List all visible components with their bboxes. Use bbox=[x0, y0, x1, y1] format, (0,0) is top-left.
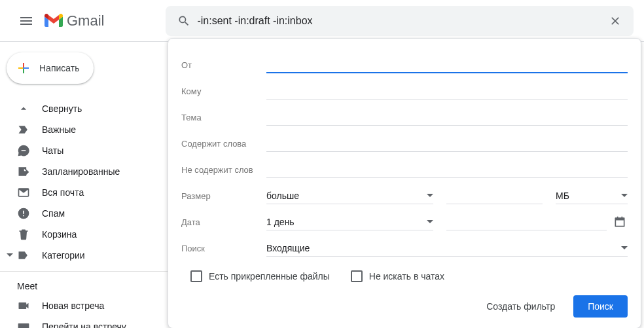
sidebar-item-chats[interactable]: Чаты bbox=[0, 140, 168, 161]
haswords-label: Содержит слова bbox=[181, 139, 266, 149]
exclude-chats-label: Не искать в чатах bbox=[369, 271, 444, 282]
close-icon bbox=[609, 14, 622, 27]
caret-down-icon bbox=[621, 243, 628, 253]
size-unit-select[interactable]: МБ bbox=[556, 188, 628, 204]
sidebar-item-scheduled[interactable]: Запланированные bbox=[0, 161, 168, 182]
nothas-label: Не содержит слов bbox=[181, 165, 266, 175]
has-attachment-checkbox[interactable]: Есть прикрепленные файлы bbox=[190, 270, 330, 282]
clear-search-button[interactable] bbox=[602, 8, 628, 34]
search-icon bbox=[177, 14, 190, 27]
meet-item-label: Новая встреча bbox=[42, 301, 104, 311]
advanced-search-panel: От Кому Тема Содержит слова Не содержит … bbox=[168, 38, 641, 328]
meet-item-label: Перейти на встречу bbox=[42, 321, 126, 328]
sidebar-item-spam[interactable]: Спам bbox=[0, 203, 168, 224]
video-icon bbox=[17, 299, 30, 312]
create-filter-button[interactable]: Создать фильтр bbox=[478, 296, 563, 317]
size-label: Размер bbox=[181, 191, 266, 201]
sidebar-item-collapse[interactable]: Свернуть bbox=[0, 98, 168, 119]
chevron-up-icon bbox=[17, 102, 30, 115]
menu-button[interactable] bbox=[10, 5, 42, 37]
sidebar-item-allmail[interactable]: Вся почта bbox=[0, 182, 168, 203]
sidebar-item-label: Категории bbox=[42, 250, 85, 261]
spam-icon bbox=[17, 207, 30, 220]
divider bbox=[0, 271, 168, 272]
meet-new-meeting[interactable]: Новая встреча bbox=[0, 295, 168, 316]
sidebar: Написать Свернуть Важные Чаты Запланиров… bbox=[0, 42, 168, 328]
subject-input[interactable] bbox=[266, 109, 628, 126]
search-input[interactable] bbox=[197, 15, 602, 27]
date-value-input[interactable] bbox=[446, 214, 607, 230]
important-icon bbox=[17, 123, 30, 136]
subject-label: Тема bbox=[181, 113, 266, 122]
scheduled-icon bbox=[17, 165, 30, 178]
calendar-icon bbox=[613, 215, 626, 228]
trash-icon bbox=[17, 228, 30, 241]
searchin-value: Входящие bbox=[266, 243, 310, 253]
brand-text: Gmail bbox=[67, 12, 104, 29]
date-range-select[interactable]: 1 день bbox=[266, 214, 433, 230]
from-input[interactable] bbox=[266, 56, 628, 73]
svg-rect-3 bbox=[18, 67, 23, 69]
nothas-input[interactable] bbox=[266, 162, 628, 178]
label-icon bbox=[17, 249, 30, 262]
keyboard-icon bbox=[17, 320, 30, 328]
caret-down-icon bbox=[427, 191, 433, 201]
size-unit-value: МБ bbox=[556, 191, 569, 201]
searchin-label: Поиск bbox=[181, 244, 266, 253]
compose-label: Написать bbox=[39, 63, 79, 73]
meet-join-meeting[interactable]: Перейти на встречу bbox=[0, 316, 168, 328]
sidebar-item-label: Важные bbox=[42, 124, 76, 135]
has-attachment-label: Есть прикрепленные файлы bbox=[209, 271, 330, 282]
gmail-logo-icon bbox=[45, 14, 63, 28]
search-button[interactable] bbox=[171, 8, 197, 34]
compose-button[interactable]: Написать bbox=[7, 52, 94, 84]
caret-down-icon bbox=[427, 217, 433, 227]
haswords-input[interactable] bbox=[266, 136, 628, 152]
sidebar-item-label: Запланированные bbox=[42, 166, 120, 177]
hamburger-icon bbox=[18, 13, 34, 29]
chat-icon bbox=[17, 144, 30, 157]
meet-section-title: Meet bbox=[0, 277, 168, 295]
sidebar-item-trash[interactable]: Корзина bbox=[0, 224, 168, 245]
date-range-value: 1 день bbox=[266, 217, 295, 227]
sidebar-item-label: Вся почта bbox=[42, 187, 84, 198]
from-label: От bbox=[181, 60, 266, 70]
svg-rect-2 bbox=[23, 63, 24, 67]
size-op-select[interactable]: больше bbox=[266, 188, 433, 204]
search-container bbox=[166, 6, 634, 36]
to-label: Кому bbox=[181, 86, 266, 96]
search-submit-button[interactable]: Поиск bbox=[573, 295, 628, 318]
sidebar-item-categories[interactable]: Категории bbox=[0, 245, 168, 266]
caret-down-icon bbox=[5, 252, 14, 259]
size-value-input[interactable] bbox=[446, 188, 543, 204]
sidebar-item-important[interactable]: Важные bbox=[0, 119, 168, 140]
calendar-button[interactable] bbox=[612, 215, 628, 228]
caret-down-icon bbox=[621, 191, 628, 201]
checkbox-icon bbox=[190, 270, 202, 282]
mail-icon bbox=[17, 186, 30, 199]
sidebar-item-label: Спам bbox=[42, 208, 65, 219]
checkbox-icon bbox=[351, 270, 363, 282]
plus-icon bbox=[16, 60, 31, 76]
size-op-value: больше bbox=[266, 191, 299, 201]
to-input[interactable] bbox=[266, 83, 628, 100]
date-label: Дата bbox=[181, 217, 266, 227]
exclude-chats-checkbox[interactable]: Не искать в чатах bbox=[351, 270, 444, 282]
sidebar-item-label: Свернуть bbox=[42, 103, 82, 114]
searchin-select[interactable]: Входящие bbox=[266, 240, 628, 257]
sidebar-item-label: Корзина bbox=[42, 229, 77, 240]
sidebar-item-label: Чаты bbox=[42, 145, 63, 156]
gmail-logo[interactable]: Gmail bbox=[45, 12, 104, 29]
